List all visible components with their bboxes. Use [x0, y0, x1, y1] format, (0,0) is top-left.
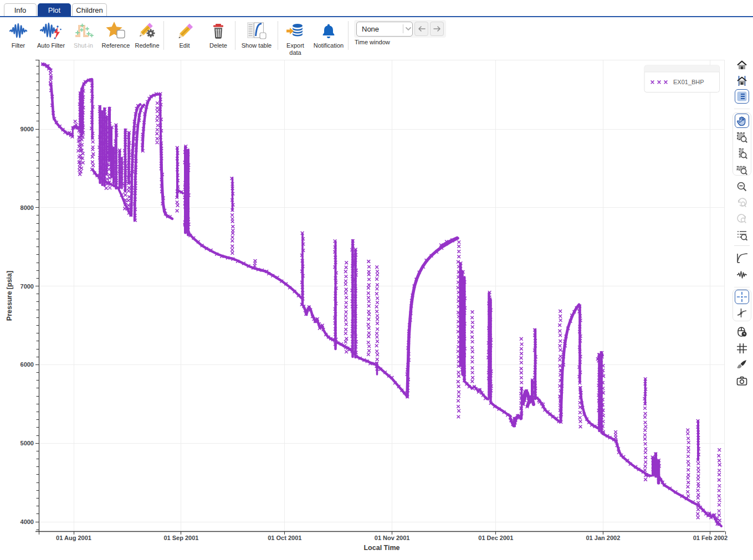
svg-text:Local Time: Local Time: [363, 544, 399, 552]
svg-text:4000: 4000: [21, 518, 34, 525]
svg-text:01 Nov 2001: 01 Nov 2001: [375, 535, 410, 541]
svg-text:01 Dec 2001: 01 Dec 2001: [478, 535, 513, 541]
svg-text:5000: 5000: [21, 440, 34, 446]
svg-text:01 Jan 2002: 01 Jan 2002: [586, 535, 621, 541]
svg-text:EX01_BHP: EX01_BHP: [673, 79, 704, 85]
svg-text:Pressure [psia]: Pressure [psia]: [6, 271, 13, 321]
svg-text:8000: 8000: [21, 204, 34, 211]
svg-text:7000: 7000: [21, 283, 34, 290]
svg-text:9000: 9000: [21, 126, 34, 132]
svg-text:6000: 6000: [21, 361, 34, 368]
svg-text:01 Oct 2001: 01 Oct 2001: [268, 535, 301, 541]
svg-text:01 Sep 2001: 01 Sep 2001: [163, 535, 198, 541]
svg-text:01 Aug 2001: 01 Aug 2001: [56, 535, 91, 541]
svg-text:01 Feb 2002: 01 Feb 2002: [693, 535, 728, 541]
